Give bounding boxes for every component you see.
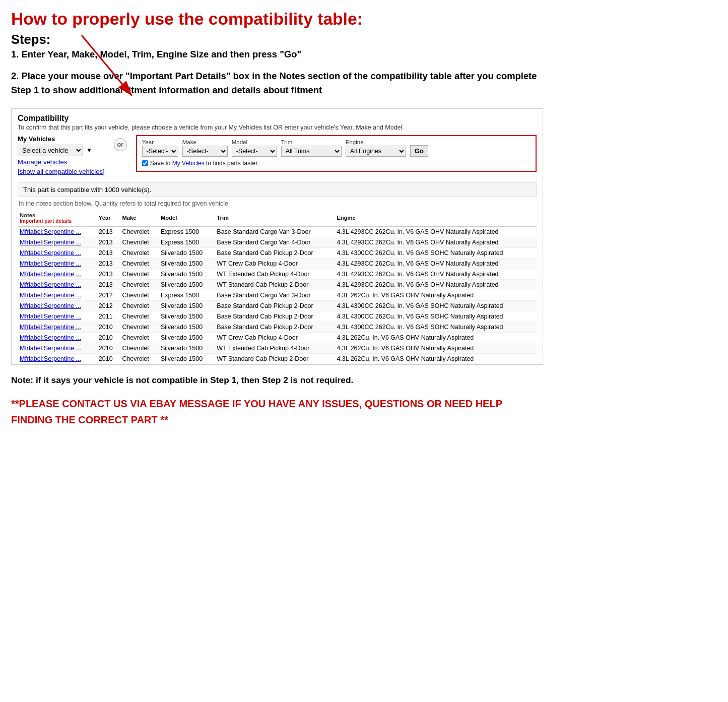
year-cell: 2013 (97, 279, 120, 290)
manage-vehicles-link[interactable]: Manage vehicles (18, 158, 105, 166)
notes-cell[interactable]: Mfrlabel:Serpentine ... (18, 300, 97, 311)
notes-cell[interactable]: Mfrlabel:Serpentine ... (18, 279, 97, 290)
notes-cell[interactable]: Mfrlabel:Serpentine ... (18, 258, 97, 269)
table-row: Mfrlabel:Serpentine ... 2010 Chevrolet S… (18, 322, 537, 332)
notes-cell[interactable]: Mfrlabel:Serpentine ... (18, 247, 97, 258)
year-cell: 2013 (97, 269, 120, 279)
table-row: Mfrlabel:Serpentine ... 2013 Chevrolet S… (18, 247, 537, 258)
save-vehicles-checkbox[interactable] (142, 160, 148, 166)
model-field: Model -Select- (232, 139, 277, 157)
year-cell: 2013 (97, 258, 120, 269)
make-cell: Chevrolet (120, 269, 159, 279)
year-cell: 2012 (97, 290, 120, 300)
table-row: Mfrlabel:Serpentine ... 2013 Chevrolet E… (18, 226, 537, 237)
engine-field: Engine All Engines (346, 139, 406, 157)
notes-cell[interactable]: Mfrlabel:Serpentine ... (18, 226, 97, 237)
make-cell: Chevrolet (120, 247, 159, 258)
trim-cell: Base Standard Cab Pickup 2-Door (215, 300, 335, 311)
contact-section: **PLEASE CONTACT US VIA EBAY MESSAGE IF … (11, 396, 543, 428)
year-cell: 2013 (97, 237, 120, 247)
make-cell: Chevrolet (120, 226, 159, 237)
year-select[interactable]: -Select- (142, 146, 178, 157)
table-row: Mfrlabel:Serpentine ... 2012 Chevrolet S… (18, 300, 537, 311)
year-label: Year (142, 139, 178, 145)
my-vehicles-section: My Vehicles Select a vehicle ▼ Manage ve… (18, 135, 105, 178)
col-header-model: Model (159, 210, 215, 226)
model-cell: Silverado 1500 (159, 353, 215, 364)
year-cell: 2010 (97, 353, 120, 364)
table-row: Mfrlabel:Serpentine ... 2013 Chevrolet S… (18, 258, 537, 269)
make-cell: Chevrolet (120, 237, 159, 247)
trim-cell: Base Standard Cab Pickup 2-Door (215, 322, 335, 332)
notes-cell[interactable]: Mfrlabel:Serpentine ... (18, 353, 97, 364)
trim-cell: Base Standard Cargo Van 3-Door (215, 226, 335, 237)
model-cell: Silverado 1500 (159, 258, 215, 269)
main-title: How to properly use the compatibility ta… (11, 9, 543, 29)
year-cell: 2010 (97, 343, 120, 353)
trim-cell: Base Standard Cab Pickup 2-Door (215, 311, 335, 322)
table-row: Mfrlabel:Serpentine ... 2013 Chevrolet S… (18, 279, 537, 290)
engine-cell: 4.3L 262Cu. In. V6 GAS OHV Naturally Asp… (335, 290, 537, 300)
show-all-link[interactable]: [show all compatible vehicles] (18, 168, 105, 175)
make-select[interactable]: -Select- (182, 146, 228, 157)
model-select[interactable]: -Select- (232, 146, 277, 157)
model-cell: Silverado 1500 (159, 332, 215, 343)
save-label: Save to My Vehicles to finds parts faste… (150, 160, 257, 167)
trim-cell: WT Standard Cab Pickup 2-Door (215, 279, 335, 290)
table-row: Mfrlabel:Serpentine ... 2010 Chevrolet S… (18, 353, 537, 364)
engine-cell: 4.3L 4300CC 262Cu. In. V6 GAS SOHC Natur… (335, 300, 537, 311)
trim-select[interactable]: All Trims (281, 146, 342, 157)
model-cell: Silverado 1500 (159, 279, 215, 290)
engine-cell: 4.3L 4293CC 262Cu. In. V6 GAS OHV Natura… (335, 226, 537, 237)
dropdown-arrow-icon: ▼ (86, 147, 92, 154)
trim-cell: WT Crew Cab Pickup 4-Door (215, 332, 335, 343)
notes-cell[interactable]: Mfrlabel:Serpentine ... (18, 237, 97, 247)
trim-field: Trim All Trims (281, 139, 342, 157)
year-cell: 2013 (97, 247, 120, 258)
year-cell: 2010 (97, 322, 120, 332)
table-row: Mfrlabel:Serpentine ... 2010 Chevrolet S… (18, 343, 537, 353)
engine-cell: 4.3L 262Cu. In. V6 GAS OHV Naturally Asp… (335, 332, 537, 343)
make-cell: Chevrolet (120, 279, 159, 290)
make-label: Make (182, 139, 228, 145)
trim-cell: Base Standard Cargo Van 4-Door (215, 237, 335, 247)
model-cell: Silverado 1500 (159, 247, 215, 258)
model-cell: Silverado 1500 (159, 322, 215, 332)
notes-cell[interactable]: Mfrlabel:Serpentine ... (18, 311, 97, 322)
make-cell: Chevrolet (120, 332, 159, 343)
year-cell: 2012 (97, 300, 120, 311)
notes-cell[interactable]: Mfrlabel:Serpentine ... (18, 290, 97, 300)
engine-cell: 4.3L 4293CC 262Cu. In. V6 GAS OHV Natura… (335, 269, 537, 279)
trim-cell: Base Standard Cab Pickup 2-Door (215, 247, 335, 258)
make-cell: Chevrolet (120, 343, 159, 353)
year-cell: 2011 (97, 311, 120, 322)
compatibility-box: Compatibility To confirm that this part … (11, 108, 543, 365)
table-row: Mfrlabel:Serpentine ... 2013 Chevrolet S… (18, 269, 537, 279)
col-header-trim: Trim (215, 210, 335, 226)
notes-cell[interactable]: Mfrlabel:Serpentine ... (18, 332, 97, 343)
make-cell: Chevrolet (120, 300, 159, 311)
notes-cell[interactable]: Mfrlabel:Serpentine ... (18, 343, 97, 353)
go-button[interactable]: Go (410, 145, 428, 157)
engine-cell: 4.3L 4293CC 262Cu. In. V6 GAS OHV Natura… (335, 237, 537, 247)
model-cell: Silverado 1500 (159, 343, 215, 353)
or-divider: or (114, 138, 127, 151)
engine-cell: 4.3L 4300CC 262Cu. In. V6 GAS SOHC Natur… (335, 247, 537, 258)
trim-cell: WT Crew Cab Pickup 4-Door (215, 258, 335, 269)
engine-select[interactable]: All Engines (346, 146, 406, 157)
compat-title: Compatibility (18, 114, 537, 123)
make-cell: Chevrolet (120, 290, 159, 300)
my-vehicles-label: My Vehicles (18, 135, 105, 143)
make-cell: Chevrolet (120, 322, 159, 332)
step1-text: 1. Enter Year, Make, Model, Trim, Engine… (11, 49, 543, 60)
vehicle-select[interactable]: Select a vehicle (18, 145, 83, 156)
notes-cell[interactable]: Mfrlabel:Serpentine ... (18, 269, 97, 279)
notes-cell[interactable]: Mfrlabel:Serpentine ... (18, 322, 97, 332)
compatibility-table: Notes Important part details Year Make M… (18, 210, 537, 364)
table-row: Mfrlabel:Serpentine ... 2010 Chevrolet S… (18, 332, 537, 343)
model-cell: Silverado 1500 (159, 300, 215, 311)
quantity-note: In the notes section below, Quantity ref… (18, 200, 537, 207)
col-header-engine: Engine (335, 210, 537, 226)
my-vehicles-link2[interactable]: My Vehicles (172, 160, 205, 167)
engine-cell: 4.3L 4293CC 262Cu. In. V6 GAS OHV Natura… (335, 258, 537, 269)
